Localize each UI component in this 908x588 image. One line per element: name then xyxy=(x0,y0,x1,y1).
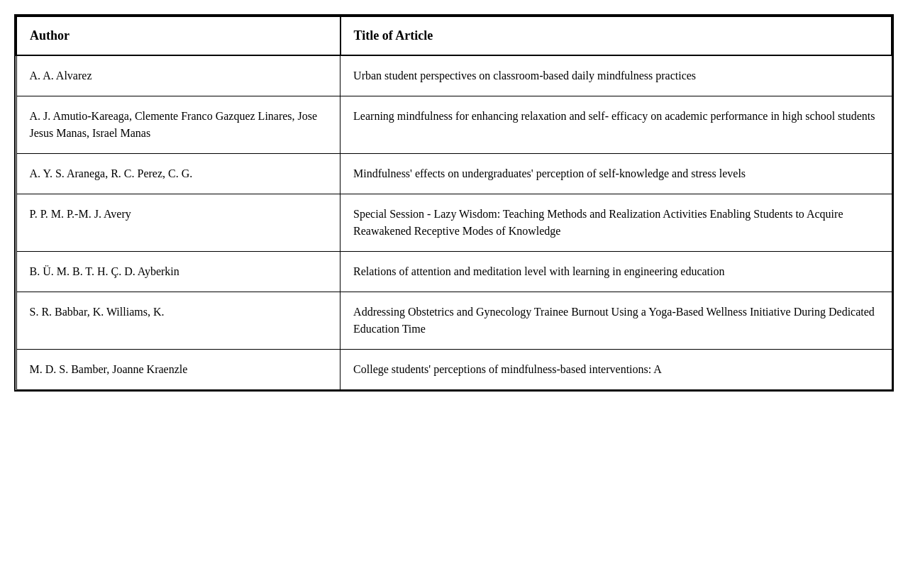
title-cell: Learning mindfulness for enhancing relax… xyxy=(340,96,892,154)
author-cell: A. J. Amutio-Kareaga, Clemente Franco Ga… xyxy=(16,96,340,154)
author-cell: M. D. S. Bamber, Joanne Kraenzle xyxy=(16,350,340,390)
table-row: S. R. Babbar, K. Williams, K.Addressing … xyxy=(16,292,892,350)
author-cell: A. A. Alvarez xyxy=(16,55,340,96)
table-header-row: Author Title of Article xyxy=(16,16,892,55)
author-cell: P. P. M. P.-M. J. Avery xyxy=(16,194,340,252)
title-cell: Special Session - Lazy Wisdom: Teaching … xyxy=(340,194,892,252)
author-column-header: Author xyxy=(16,16,340,55)
main-table-container: Author Title of Article A. A. AlvarezUrb… xyxy=(14,14,894,392)
author-cell: B. Ü. M. B. T. H. Ç. D. Ayberkin xyxy=(16,252,340,292)
title-cell: Mindfulness' effects on undergraduates' … xyxy=(340,154,892,194)
table-row: A. J. Amutio-Kareaga, Clemente Franco Ga… xyxy=(16,96,892,154)
title-cell: Urban student perspectives on classroom-… xyxy=(340,55,892,96)
articles-table: Author Title of Article A. A. AlvarezUrb… xyxy=(16,16,892,390)
table-row: B. Ü. M. B. T. H. Ç. D. AyberkinRelation… xyxy=(16,252,892,292)
author-cell: S. R. Babbar, K. Williams, K. xyxy=(16,292,340,350)
title-cell: Addressing Obstetrics and Gynecology Tra… xyxy=(340,292,892,350)
table-row: M. D. S. Bamber, Joanne KraenzleCollege … xyxy=(16,350,892,390)
title-cell: College students' perceptions of mindful… xyxy=(340,350,892,390)
table-row: P. P. M. P.-M. J. AverySpecial Session -… xyxy=(16,194,892,252)
author-cell: A. Y. S. Aranega, R. C. Perez, C. G. xyxy=(16,154,340,194)
table-row: A. A. AlvarezUrban student perspectives … xyxy=(16,55,892,96)
title-cell: Relations of attention and meditation le… xyxy=(340,252,892,292)
title-column-header: Title of Article xyxy=(340,16,892,55)
table-row: A. Y. S. Aranega, R. C. Perez, C. G.Mind… xyxy=(16,154,892,194)
